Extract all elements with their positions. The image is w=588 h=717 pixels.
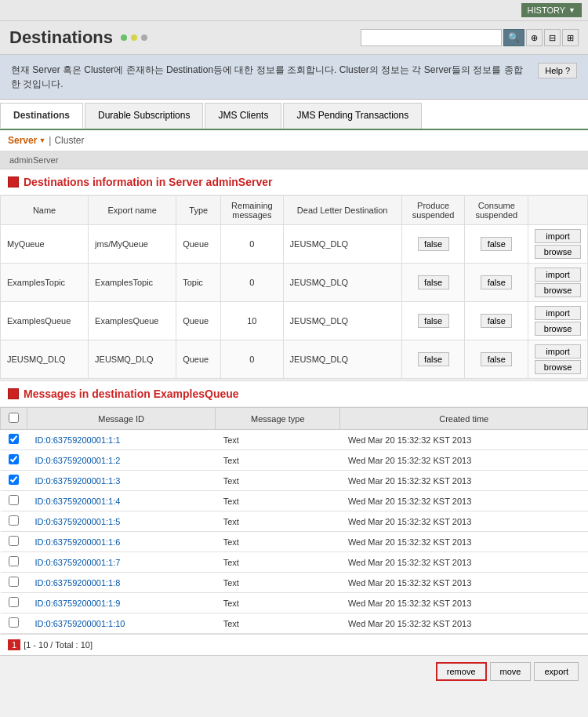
col-name: Name bbox=[1, 196, 89, 225]
dest-consume: false bbox=[465, 264, 528, 302]
browse-btn[interactable]: browse bbox=[535, 283, 581, 297]
msg-checkbox[interactable] bbox=[9, 597, 19, 607]
message-table-row: ID:0:63759200001:1:9 Text Wed Mar 20 15:… bbox=[1, 593, 588, 613]
col-export-name: Export name bbox=[89, 196, 176, 225]
dot-green bbox=[121, 35, 127, 41]
import-btn[interactable]: import bbox=[535, 229, 581, 243]
msg-checkbox[interactable] bbox=[9, 556, 19, 566]
export-button[interactable]: export bbox=[534, 662, 579, 681]
subnav-server-arrow: ▼ bbox=[38, 136, 45, 144]
msg-id: ID:0:63759200001:1:4 bbox=[27, 491, 216, 511]
subnav-server[interactable]: Server ▼ bbox=[8, 135, 45, 146]
destinations-section-title: Destinations information in Server admin… bbox=[24, 176, 272, 188]
msg-created: Wed Mar 20 15:32:32 KST 2013 bbox=[340, 471, 588, 491]
col-remaining: Remainingmessages bbox=[221, 196, 283, 225]
produce-btn[interactable]: false bbox=[418, 314, 449, 328]
msg-id: ID:0:63759200001:1:8 bbox=[27, 573, 216, 593]
consume-btn[interactable]: false bbox=[481, 314, 512, 328]
msg-checkbox[interactable] bbox=[9, 434, 19, 444]
remove-button[interactable]: remove bbox=[436, 662, 487, 681]
dot-yellow bbox=[131, 35, 137, 41]
msg-created: Wed Mar 20 15:32:32 KST 2013 bbox=[340, 552, 588, 573]
msg-checkbox[interactable] bbox=[9, 454, 19, 464]
tabs: Destinations Durable Subscriptions JMS C… bbox=[0, 100, 588, 129]
col-produce: Producesuspended bbox=[401, 196, 465, 225]
import-btn[interactable]: import bbox=[535, 268, 581, 282]
message-table-row: ID:0:63759200001:1:8 Text Wed Mar 20 15:… bbox=[1, 573, 588, 593]
icon-btn-1[interactable]: ⊕ bbox=[526, 29, 543, 46]
dest-remaining: 0 bbox=[221, 264, 283, 302]
message-table-row: ID:0:63759200001:1:3 Text Wed Mar 20 15:… bbox=[1, 471, 588, 491]
help-button[interactable]: Help ? bbox=[538, 63, 577, 78]
msg-checkbox[interactable] bbox=[9, 515, 19, 526]
dest-type: Topic bbox=[176, 264, 221, 302]
title-row: Destinations bbox=[9, 27, 147, 48]
col-message-type: Message type bbox=[216, 408, 340, 430]
destinations-section-header: Destinations information in Server admin… bbox=[0, 169, 588, 195]
browse-btn[interactable]: browse bbox=[535, 245, 581, 259]
search-button[interactable]: 🔍 bbox=[503, 29, 524, 46]
import-btn[interactable]: import bbox=[535, 306, 581, 320]
consume-btn[interactable]: false bbox=[481, 275, 512, 289]
message-table-row: ID:0:63759200001:1:10 Text Wed Mar 20 15… bbox=[1, 613, 588, 634]
tab-jms-clients[interactable]: JMS Clients bbox=[205, 103, 281, 129]
dest-dead-letter: JEUSMQ_DLQ bbox=[283, 340, 401, 379]
tab-durable-subscriptions[interactable]: Durable Subscriptions bbox=[85, 103, 203, 129]
dest-produce: false bbox=[401, 264, 465, 302]
consume-btn[interactable]: false bbox=[481, 352, 512, 366]
col-created-time: Created time bbox=[340, 408, 588, 430]
info-bar: 현재 Server 혹은 Cluster에 존재하는 Destination등에… bbox=[0, 55, 588, 100]
msg-checkbox[interactable] bbox=[9, 577, 19, 587]
icon-btn-3[interactable]: ⊞ bbox=[562, 29, 579, 46]
msg-checkbox-cell bbox=[1, 613, 27, 634]
page-title: Destinations bbox=[9, 27, 113, 48]
msg-checkbox-cell bbox=[1, 471, 27, 491]
msg-created: Wed Mar 20 15:32:32 KST 2013 bbox=[340, 491, 588, 511]
msg-checkbox-cell bbox=[1, 450, 27, 471]
msg-checkbox[interactable] bbox=[9, 495, 19, 505]
dest-consume: false bbox=[465, 302, 528, 340]
col-type: Type bbox=[176, 196, 221, 225]
msg-created: Wed Mar 20 15:32:32 KST 2013 bbox=[340, 532, 588, 552]
msg-id: ID:0:63759200001:1:1 bbox=[27, 430, 216, 450]
tab-jms-pending-transactions[interactable]: JMS Pending Transactions bbox=[283, 103, 422, 129]
browse-btn[interactable]: browse bbox=[535, 322, 581, 336]
history-button[interactable]: HISTORY bbox=[521, 3, 582, 17]
messages-table: Message ID Message type Created time ID:… bbox=[0, 407, 588, 634]
msg-checkbox[interactable] bbox=[9, 617, 19, 628]
produce-btn[interactable]: false bbox=[418, 237, 449, 251]
msg-checkbox[interactable] bbox=[9, 475, 19, 485]
consume-btn[interactable]: false bbox=[481, 237, 512, 251]
col-consume: Consumesuspended bbox=[465, 196, 528, 225]
select-all-checkbox[interactable] bbox=[9, 413, 19, 423]
msg-id: ID:0:63759200001:1:3 bbox=[27, 471, 216, 491]
subnav-cluster-label[interactable]: Cluster bbox=[54, 135, 84, 146]
dest-export-name: ExamplesTopic bbox=[89, 264, 176, 302]
dest-produce: false bbox=[401, 302, 465, 340]
tab-destinations[interactable]: Destinations bbox=[0, 103, 83, 129]
message-table-row: ID:0:63759200001:1:1 Text Wed Mar 20 15:… bbox=[1, 430, 588, 450]
msg-checkbox[interactable] bbox=[9, 536, 19, 546]
icon-btn-2[interactable]: ⊟ bbox=[544, 29, 561, 46]
msg-checkbox-cell bbox=[1, 532, 27, 552]
search-input[interactable] bbox=[361, 29, 502, 46]
dest-export-name: jms/MyQueue bbox=[89, 225, 176, 264]
dest-produce: false bbox=[401, 340, 465, 379]
dest-remaining: 0 bbox=[221, 225, 283, 264]
message-table-row: ID:0:63759200001:1:6 Text Wed Mar 20 15:… bbox=[1, 532, 588, 552]
msg-created: Wed Mar 20 15:32:32 KST 2013 bbox=[340, 593, 588, 613]
browse-btn[interactable]: browse bbox=[535, 360, 581, 374]
move-button[interactable]: move bbox=[490, 662, 532, 681]
produce-btn[interactable]: false bbox=[418, 275, 449, 289]
msg-type: Text bbox=[216, 552, 340, 573]
produce-btn[interactable]: false bbox=[418, 352, 449, 366]
dest-actions: import browse bbox=[528, 225, 588, 264]
dest-consume: false bbox=[465, 340, 528, 379]
import-btn[interactable]: import bbox=[535, 344, 581, 358]
destinations-table-row: ExamplesQueue ExamplesQueue Queue 10 JEU… bbox=[1, 302, 588, 340]
dest-consume: false bbox=[465, 225, 528, 264]
msg-type: Text bbox=[216, 491, 340, 511]
dest-dead-letter: JEUSMQ_DLQ bbox=[283, 302, 401, 340]
msg-type: Text bbox=[216, 430, 340, 450]
msg-type: Text bbox=[216, 593, 340, 613]
